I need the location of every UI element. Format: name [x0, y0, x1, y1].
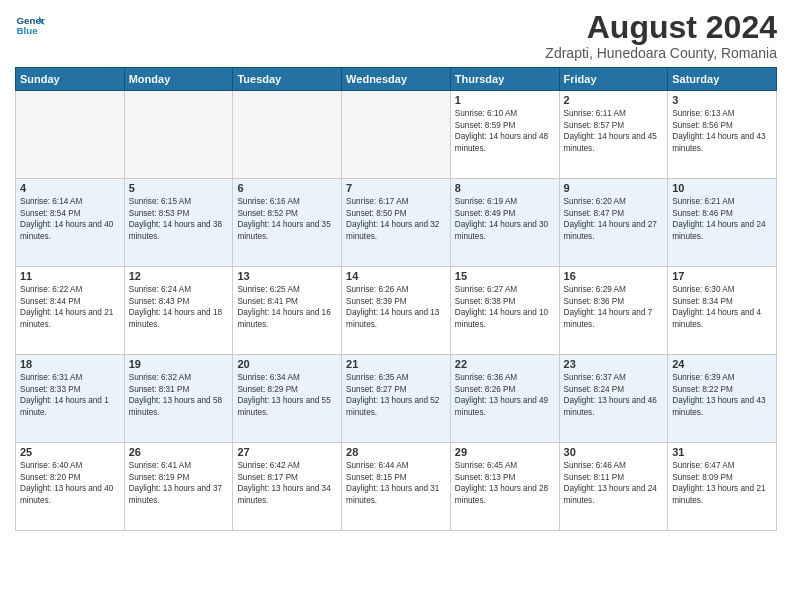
calendar-cell: [342, 91, 451, 179]
day-info: Sunrise: 6:15 AMSunset: 8:53 PMDaylight:…: [129, 197, 222, 240]
calendar-cell: 9 Sunrise: 6:20 AMSunset: 8:47 PMDayligh…: [559, 179, 668, 267]
day-number: 16: [564, 270, 664, 282]
calendar-cell: [233, 91, 342, 179]
calendar-week-row: 1 Sunrise: 6:10 AMSunset: 8:59 PMDayligh…: [16, 91, 777, 179]
day-info: Sunrise: 6:16 AMSunset: 8:52 PMDaylight:…: [237, 197, 330, 240]
day-number: 8: [455, 182, 555, 194]
day-info: Sunrise: 6:41 AMSunset: 8:19 PMDaylight:…: [129, 461, 222, 504]
day-number: 21: [346, 358, 446, 370]
calendar-cell: 13 Sunrise: 6:25 AMSunset: 8:41 PMDaylig…: [233, 267, 342, 355]
calendar-cell: 18 Sunrise: 6:31 AMSunset: 8:33 PMDaylig…: [16, 355, 125, 443]
day-info: Sunrise: 6:24 AMSunset: 8:43 PMDaylight:…: [129, 285, 222, 328]
calendar-cell: 12 Sunrise: 6:24 AMSunset: 8:43 PMDaylig…: [124, 267, 233, 355]
calendar-cell: 6 Sunrise: 6:16 AMSunset: 8:52 PMDayligh…: [233, 179, 342, 267]
calendar-cell: 24 Sunrise: 6:39 AMSunset: 8:22 PMDaylig…: [668, 355, 777, 443]
day-info: Sunrise: 6:34 AMSunset: 8:29 PMDaylight:…: [237, 373, 330, 416]
day-number: 4: [20, 182, 120, 194]
day-number: 23: [564, 358, 664, 370]
day-info: Sunrise: 6:27 AMSunset: 8:38 PMDaylight:…: [455, 285, 548, 328]
calendar-cell: 23 Sunrise: 6:37 AMSunset: 8:24 PMDaylig…: [559, 355, 668, 443]
col-header-sunday: Sunday: [16, 68, 125, 91]
logo: General Blue: [15, 10, 45, 40]
day-info: Sunrise: 6:21 AMSunset: 8:46 PMDaylight:…: [672, 197, 765, 240]
day-number: 31: [672, 446, 772, 458]
svg-text:Blue: Blue: [17, 25, 39, 36]
calendar-cell: 31 Sunrise: 6:47 AMSunset: 8:09 PMDaylig…: [668, 443, 777, 531]
calendar-cell: [16, 91, 125, 179]
day-number: 22: [455, 358, 555, 370]
calendar-cell: 17 Sunrise: 6:30 AMSunset: 8:34 PMDaylig…: [668, 267, 777, 355]
day-number: 2: [564, 94, 664, 106]
day-number: 19: [129, 358, 229, 370]
day-number: 13: [237, 270, 337, 282]
day-number: 29: [455, 446, 555, 458]
day-number: 7: [346, 182, 446, 194]
calendar-cell: 27 Sunrise: 6:42 AMSunset: 8:17 PMDaylig…: [233, 443, 342, 531]
day-info: Sunrise: 6:17 AMSunset: 8:50 PMDaylight:…: [346, 197, 439, 240]
col-header-wednesday: Wednesday: [342, 68, 451, 91]
day-number: 14: [346, 270, 446, 282]
day-info: Sunrise: 6:22 AMSunset: 8:44 PMDaylight:…: [20, 285, 113, 328]
day-number: 5: [129, 182, 229, 194]
day-info: Sunrise: 6:13 AMSunset: 8:56 PMDaylight:…: [672, 109, 765, 152]
day-info: Sunrise: 6:29 AMSunset: 8:36 PMDaylight:…: [564, 285, 653, 328]
calendar-cell: 14 Sunrise: 6:26 AMSunset: 8:39 PMDaylig…: [342, 267, 451, 355]
calendar-cell: 4 Sunrise: 6:14 AMSunset: 8:54 PMDayligh…: [16, 179, 125, 267]
day-number: 20: [237, 358, 337, 370]
day-info: Sunrise: 6:39 AMSunset: 8:22 PMDaylight:…: [672, 373, 765, 416]
calendar-cell: 15 Sunrise: 6:27 AMSunset: 8:38 PMDaylig…: [450, 267, 559, 355]
calendar-cell: 2 Sunrise: 6:11 AMSunset: 8:57 PMDayligh…: [559, 91, 668, 179]
day-info: Sunrise: 6:25 AMSunset: 8:41 PMDaylight:…: [237, 285, 330, 328]
calendar-header-row: SundayMondayTuesdayWednesdayThursdayFrid…: [16, 68, 777, 91]
day-info: Sunrise: 6:36 AMSunset: 8:26 PMDaylight:…: [455, 373, 548, 416]
day-number: 10: [672, 182, 772, 194]
calendar-cell: 16 Sunrise: 6:29 AMSunset: 8:36 PMDaylig…: [559, 267, 668, 355]
day-number: 12: [129, 270, 229, 282]
calendar-cell: 3 Sunrise: 6:13 AMSunset: 8:56 PMDayligh…: [668, 91, 777, 179]
day-number: 30: [564, 446, 664, 458]
calendar-cell: 8 Sunrise: 6:19 AMSunset: 8:49 PMDayligh…: [450, 179, 559, 267]
calendar-cell: 1 Sunrise: 6:10 AMSunset: 8:59 PMDayligh…: [450, 91, 559, 179]
col-header-thursday: Thursday: [450, 68, 559, 91]
day-number: 28: [346, 446, 446, 458]
day-number: 27: [237, 446, 337, 458]
calendar-week-row: 11 Sunrise: 6:22 AMSunset: 8:44 PMDaylig…: [16, 267, 777, 355]
day-info: Sunrise: 6:11 AMSunset: 8:57 PMDaylight:…: [564, 109, 657, 152]
day-info: Sunrise: 6:46 AMSunset: 8:11 PMDaylight:…: [564, 461, 657, 504]
day-info: Sunrise: 6:30 AMSunset: 8:34 PMDaylight:…: [672, 285, 761, 328]
day-info: Sunrise: 6:40 AMSunset: 8:20 PMDaylight:…: [20, 461, 113, 504]
page-container: General Blue August 2024 Zdrapti, Hunedo…: [0, 0, 792, 612]
calendar-cell: 19 Sunrise: 6:32 AMSunset: 8:31 PMDaylig…: [124, 355, 233, 443]
day-info: Sunrise: 6:45 AMSunset: 8:13 PMDaylight:…: [455, 461, 548, 504]
calendar-cell: 11 Sunrise: 6:22 AMSunset: 8:44 PMDaylig…: [16, 267, 125, 355]
calendar-cell: 20 Sunrise: 6:34 AMSunset: 8:29 PMDaylig…: [233, 355, 342, 443]
calendar-cell: 5 Sunrise: 6:15 AMSunset: 8:53 PMDayligh…: [124, 179, 233, 267]
day-number: 26: [129, 446, 229, 458]
col-header-saturday: Saturday: [668, 68, 777, 91]
col-header-monday: Monday: [124, 68, 233, 91]
day-info: Sunrise: 6:31 AMSunset: 8:33 PMDaylight:…: [20, 373, 109, 416]
day-number: 1: [455, 94, 555, 106]
page-header: General Blue August 2024 Zdrapti, Hunedo…: [15, 10, 777, 61]
day-number: 24: [672, 358, 772, 370]
calendar-cell: 30 Sunrise: 6:46 AMSunset: 8:11 PMDaylig…: [559, 443, 668, 531]
day-info: Sunrise: 6:35 AMSunset: 8:27 PMDaylight:…: [346, 373, 439, 416]
day-info: Sunrise: 6:37 AMSunset: 8:24 PMDaylight:…: [564, 373, 657, 416]
calendar-cell: 10 Sunrise: 6:21 AMSunset: 8:46 PMDaylig…: [668, 179, 777, 267]
calendar-subtitle: Zdrapti, Hunedoara County, Romania: [545, 45, 777, 61]
calendar-cell: 28 Sunrise: 6:44 AMSunset: 8:15 PMDaylig…: [342, 443, 451, 531]
calendar-title: August 2024: [545, 10, 777, 45]
col-header-tuesday: Tuesday: [233, 68, 342, 91]
day-info: Sunrise: 6:19 AMSunset: 8:49 PMDaylight:…: [455, 197, 548, 240]
calendar-week-row: 4 Sunrise: 6:14 AMSunset: 8:54 PMDayligh…: [16, 179, 777, 267]
calendar-week-row: 18 Sunrise: 6:31 AMSunset: 8:33 PMDaylig…: [16, 355, 777, 443]
day-number: 15: [455, 270, 555, 282]
day-info: Sunrise: 6:26 AMSunset: 8:39 PMDaylight:…: [346, 285, 439, 328]
calendar-cell: 22 Sunrise: 6:36 AMSunset: 8:26 PMDaylig…: [450, 355, 559, 443]
calendar-cell: 29 Sunrise: 6:45 AMSunset: 8:13 PMDaylig…: [450, 443, 559, 531]
col-header-friday: Friday: [559, 68, 668, 91]
day-number: 11: [20, 270, 120, 282]
day-info: Sunrise: 6:42 AMSunset: 8:17 PMDaylight:…: [237, 461, 330, 504]
calendar-cell: [124, 91, 233, 179]
calendar-cell: 25 Sunrise: 6:40 AMSunset: 8:20 PMDaylig…: [16, 443, 125, 531]
